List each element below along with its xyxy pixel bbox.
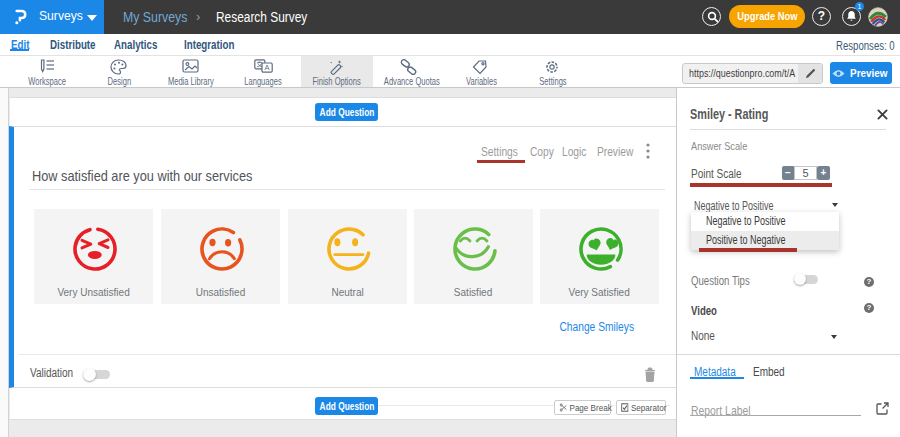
svg-text:A: A xyxy=(265,63,270,72)
